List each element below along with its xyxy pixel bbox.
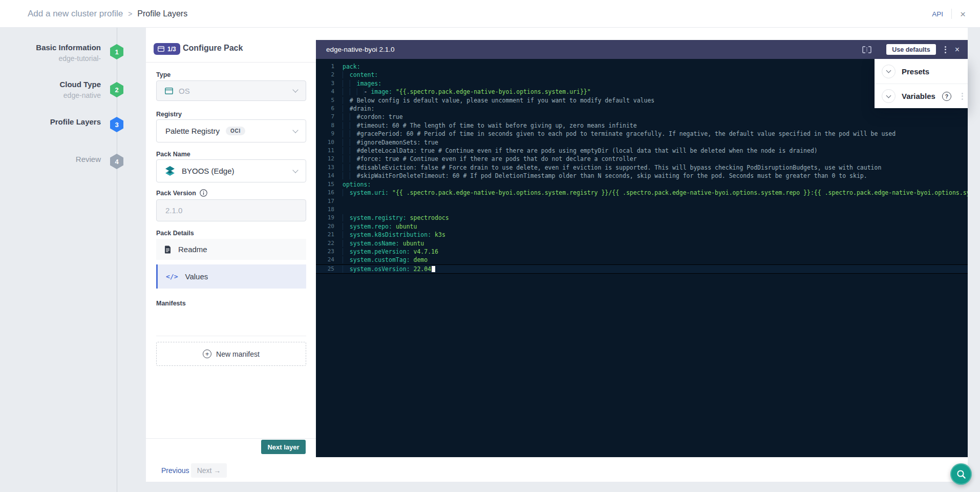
registry-label: Registry xyxy=(156,111,182,118)
chevron-down-icon xyxy=(292,127,298,133)
editor-pack-title: edge-native-byoi 2.1.0 xyxy=(326,46,395,53)
code-line[interactable]: 3 images: xyxy=(316,79,968,88)
code-line[interactable]: 4 - image: "{{.spectro.pack.edge-native-… xyxy=(316,88,968,96)
new-manifest-button[interactable]: + New manifest xyxy=(156,342,306,366)
manifests-label: Manifests xyxy=(156,300,186,307)
chevron-down-icon xyxy=(292,167,298,173)
code-line[interactable]: 9 #gracePeriod: 60 # Period of time in s… xyxy=(316,130,968,138)
code-line[interactable]: 23 system.peVersion: v4.7.16 xyxy=(316,248,968,256)
step-basic-information-sublabel: edge-tutorial- xyxy=(0,54,101,63)
code-line[interactable]: 6 #drain: xyxy=(316,105,968,113)
configure-pack-header: 1/3 Configure Pack xyxy=(146,28,316,63)
step-cloud-type-label: Cloud Type xyxy=(0,80,101,89)
code-line[interactable]: 14 #skipWaitForDeleteTimeout: 60 # If po… xyxy=(316,172,968,180)
search-icon xyxy=(956,469,966,479)
os-layer-icon xyxy=(165,88,173,94)
type-select[interactable]: OS xyxy=(156,80,306,101)
close-icon[interactable]: × xyxy=(960,9,966,19)
split-view-icon[interactable] xyxy=(862,46,871,53)
layer-step-badge: 1/3 xyxy=(154,43,180,55)
type-label: Type xyxy=(156,71,171,78)
document-icon xyxy=(164,245,171,254)
step-4-hexagon[interactable]: 4 xyxy=(110,154,123,169)
presets-expand-button[interactable] xyxy=(882,65,896,78)
text-cursor xyxy=(432,266,435,272)
variables-expand-button[interactable] xyxy=(882,89,896,103)
editor-kebab-menu-icon[interactable] xyxy=(944,45,947,54)
panel-title: Configure Pack xyxy=(183,44,243,53)
code-line[interactable]: 13 #disableEviction: false # Force drain… xyxy=(316,163,968,172)
code-line[interactable]: 24 system.customTag: demo xyxy=(316,256,968,264)
step-3-hexagon[interactable]: 3 xyxy=(110,117,123,132)
code-line[interactable]: 20 system.repo: ubuntu xyxy=(316,222,968,231)
code-line[interactable]: 12 #force: true # Continue even if there… xyxy=(316,155,968,163)
code-line[interactable]: 25 system.osVersion: 22.04 xyxy=(316,264,968,274)
pack-version-label: Pack Version xyxy=(156,190,196,197)
step-1-hexagon[interactable]: 1 xyxy=(110,44,123,59)
code-line[interactable]: 5 # Below config is default value, pleas… xyxy=(316,96,968,105)
pack-version-input[interactable]: 2.1.0 xyxy=(156,199,306,221)
editor-header: edge-native-byoi 2.1.0 Use defaults × xyxy=(316,40,968,59)
registry-select[interactable]: Palette Registry OCI xyxy=(156,119,306,142)
top-bar: Add a new cluster profile > Profile Laye… xyxy=(0,0,980,28)
presets-label: Presets xyxy=(902,67,929,76)
layer-icon xyxy=(158,46,164,52)
code-line[interactable]: 10 #ignoreDaemonSets: true xyxy=(316,138,968,147)
api-link[interactable]: API xyxy=(932,10,943,18)
next-button-disabled[interactable]: Next → xyxy=(191,463,227,478)
variables-help-icon[interactable]: ? xyxy=(942,92,951,101)
presets-row: Presets xyxy=(875,59,968,84)
variables-kebab-menu-icon[interactable] xyxy=(962,93,963,100)
code-line[interactable]: 15options: xyxy=(316,180,968,189)
variables-row: Variables ? xyxy=(875,84,968,108)
use-defaults-button[interactable]: Use defaults xyxy=(886,44,935,55)
registry-value: Palette Registry xyxy=(165,127,220,135)
code-line[interactable]: 17 xyxy=(316,197,968,206)
breadcrumb: Add a new cluster profile > Profile Laye… xyxy=(28,0,187,28)
code-lines[interactable]: 1pack:2 content:3 images:4 - image: "{{.… xyxy=(316,59,968,457)
new-manifest-label: New manifest xyxy=(216,350,260,358)
code-line[interactable]: 19 system.registry: spectrodocs xyxy=(316,214,968,222)
values-tab[interactable]: </> Values xyxy=(156,264,306,289)
pack-name-value: BYOOS (Edge) xyxy=(182,167,235,175)
code-line[interactable]: 21 system.k8sDistribution: k3s xyxy=(316,231,968,239)
code-line[interactable]: 8 #timeout: 60 # The length of time to w… xyxy=(316,121,968,130)
pack-name-label: Pack Name xyxy=(156,151,190,158)
next-layer-button[interactable]: Next layer xyxy=(261,440,306,454)
code-icon: </> xyxy=(166,273,178,280)
chevron-down-icon xyxy=(886,93,891,98)
manifests-divider xyxy=(156,336,306,336)
code-line[interactable]: 2 content: xyxy=(316,71,968,79)
plus-circle-icon: + xyxy=(203,350,211,358)
chevron-down-icon xyxy=(292,87,298,92)
pack-version-label-row: Pack Version xyxy=(156,189,207,197)
code-line[interactable]: 16 system.uri: "{{ .spectro.pack.edge-na… xyxy=(316,189,968,197)
byoos-pack-icon xyxy=(164,166,176,177)
step-review-label: Review xyxy=(0,155,101,163)
configure-pack-panel: 1/3 Configure Pack Type OS Registry Pale… xyxy=(146,28,316,482)
readme-tab[interactable]: Readme xyxy=(156,239,306,260)
breadcrumb-parent[interactable]: Add a new cluster profile xyxy=(28,9,123,19)
pack-version-value: 2.1.0 xyxy=(165,206,182,215)
presets-variables-panel: Presets Variables ? xyxy=(875,59,968,108)
previous-button[interactable]: Previous xyxy=(161,466,189,475)
code-line[interactable]: 22 system.osName: ubuntu xyxy=(316,239,968,248)
variables-label: Variables xyxy=(902,92,935,100)
help-chat-button[interactable] xyxy=(950,463,972,485)
values-editor: edge-native-byoi 2.1.0 Use defaults × 1p… xyxy=(316,40,968,457)
code-line[interactable]: 1pack: xyxy=(316,63,968,71)
editor-close-icon[interactable]: × xyxy=(955,46,960,54)
step-cloud-type-sublabel: edge-native xyxy=(0,91,101,99)
oci-badge: OCI xyxy=(226,127,245,135)
pack-details-label: Pack Details xyxy=(156,230,194,237)
code-line[interactable]: 18 xyxy=(316,206,968,214)
step-2-hexagon[interactable]: 2 xyxy=(110,82,123,97)
topbar-divider xyxy=(951,9,952,19)
breadcrumb-current: Profile Layers xyxy=(137,9,187,18)
step-basic-information-label: Basic Information xyxy=(0,43,101,52)
step-profile-layers-label: Profile Layers xyxy=(0,117,101,126)
code-line[interactable]: 7 #cordon: true xyxy=(316,113,968,121)
info-icon[interactable] xyxy=(200,189,207,197)
pack-name-select[interactable]: BYOOS (Edge) xyxy=(156,159,306,182)
code-line[interactable]: 11 #deleteLocalData: true # Continue eve… xyxy=(316,147,968,155)
